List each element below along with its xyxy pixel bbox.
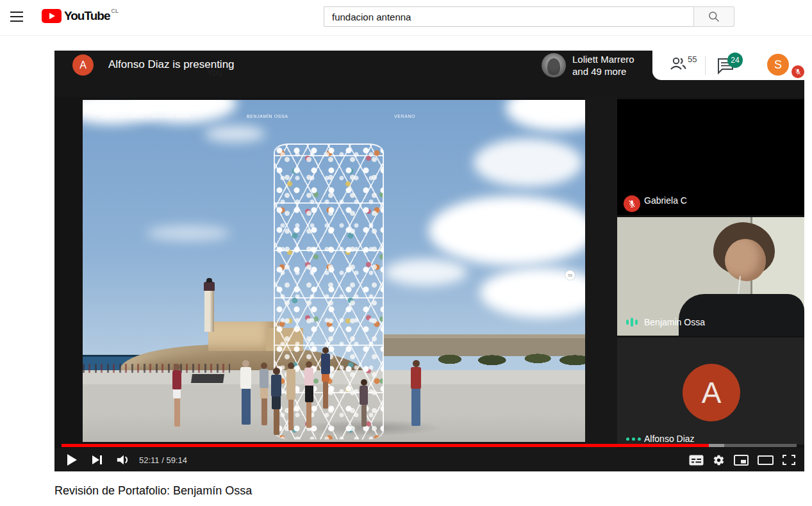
video-player[interactable]: A Alfonso Diaz is presenting Loliett Mar… bbox=[54, 51, 804, 471]
participant-more: and 49 more bbox=[572, 65, 634, 78]
sidebar-background bbox=[585, 97, 617, 457]
participant-tile-alfonso[interactable]: A Alfonso Diaz bbox=[617, 338, 804, 445]
slide-header-left: LIBRO SEGUNDO — SECOND BOOK bbox=[102, 114, 190, 118]
trees bbox=[416, 351, 585, 368]
sign-plaque bbox=[191, 374, 224, 383]
participants-chip: Loliett Marrero and 49 more bbox=[542, 51, 634, 80]
participant-avatar-letter: A bbox=[702, 375, 722, 410]
theater-icon bbox=[758, 455, 774, 465]
youtube-play-icon bbox=[42, 9, 62, 23]
cloud bbox=[147, 225, 230, 241]
play-button[interactable] bbox=[66, 453, 78, 466]
subtitles-icon bbox=[689, 455, 704, 466]
person-figure bbox=[172, 364, 181, 427]
cloud bbox=[474, 138, 583, 187]
cloud bbox=[384, 259, 467, 286]
presenter-avatar-letter: A bbox=[79, 60, 87, 71]
fullscreen-icon bbox=[783, 455, 795, 465]
participant-name-label: Gabriela C bbox=[644, 195, 687, 206]
youtube-logo[interactable]: YouTube CL bbox=[42, 9, 119, 23]
youtube-region-code: CL bbox=[111, 8, 119, 14]
person-figure bbox=[240, 360, 251, 425]
search-button[interactable] bbox=[693, 6, 734, 27]
participant-name-label: Benjamin Ossa bbox=[644, 317, 705, 327]
chat-unread-badge: 24 bbox=[727, 53, 743, 68]
person-figure bbox=[271, 368, 281, 435]
youtube-logo-text: YouTube bbox=[64, 9, 110, 23]
participants-count: 55 bbox=[688, 54, 697, 72]
volume-button[interactable] bbox=[116, 453, 130, 466]
slide-page-badge: 59 bbox=[565, 270, 575, 280]
play-icon bbox=[66, 453, 78, 466]
muted-mic-icon bbox=[624, 195, 640, 212]
settings-button[interactable] bbox=[713, 454, 725, 466]
participants-button[interactable]: 55 bbox=[668, 56, 697, 72]
participant-video-face bbox=[725, 239, 766, 281]
participant-tile-benjamin[interactable]: Benjamin Ossa bbox=[617, 217, 804, 336]
hamburger-menu-icon[interactable] bbox=[10, 12, 23, 22]
search-icon bbox=[708, 10, 720, 23]
person-figure bbox=[360, 379, 368, 427]
participant-tile-gabriela[interactable]: Gabriela C bbox=[617, 99, 804, 215]
progress-played bbox=[62, 444, 709, 447]
you-label: You bbox=[207, 67, 222, 78]
time-display: 52:11 / 59:14 bbox=[139, 455, 187, 465]
slide-header-summer: SUMMER bbox=[539, 114, 561, 118]
person-figure bbox=[411, 360, 421, 426]
lighthouse-dome bbox=[206, 278, 212, 282]
search-bar bbox=[324, 6, 734, 27]
youtube-header: YouTube CL bbox=[0, 0, 812, 36]
fullscreen-button[interactable] bbox=[783, 455, 795, 465]
slide-photo: LIBRO SEGUNDO — SECOND BOOK BENJAMÍN OSS… bbox=[83, 100, 585, 442]
player-control-bar: 52:11 / 59:14 bbox=[54, 448, 804, 471]
person-figure bbox=[321, 347, 330, 409]
chat-badge-count: 24 bbox=[731, 56, 739, 65]
slide-page-number: 59 bbox=[568, 273, 572, 277]
you-muted-mic-icon[interactable] bbox=[791, 65, 804, 78]
search-input[interactable] bbox=[324, 6, 693, 27]
next-button[interactable] bbox=[92, 455, 103, 465]
person-figure bbox=[304, 361, 313, 428]
gear-icon bbox=[713, 454, 725, 466]
person-figure bbox=[286, 363, 295, 430]
next-icon bbox=[92, 455, 103, 465]
subtitles-button[interactable] bbox=[689, 455, 704, 466]
speaking-indicator-icon bbox=[626, 316, 640, 328]
participant-avatar bbox=[542, 53, 566, 78]
cloud bbox=[429, 196, 585, 265]
miniplayer-button[interactable] bbox=[734, 455, 749, 466]
video-title: Revisión de Portafolio: Benjamín Ossa bbox=[54, 484, 252, 498]
speaking-dots-icon bbox=[626, 437, 641, 441]
presenter-avatar: A bbox=[72, 54, 94, 76]
you-avatar-letter: S bbox=[774, 58, 782, 72]
person-figure bbox=[260, 363, 269, 425]
people-icon bbox=[668, 56, 687, 72]
you-avatar[interactable]: S bbox=[767, 54, 789, 76]
participant-name: Loliett Marrero bbox=[572, 53, 634, 65]
participant-video-body bbox=[679, 294, 804, 336]
miniplayer-icon bbox=[734, 455, 749, 466]
meet-top-bar: A Alfonso Diaz is presenting Loliett Mar… bbox=[54, 51, 804, 97]
toolbar-divider bbox=[705, 56, 706, 75]
slide-header-author: BENJAMÍN OSSA bbox=[247, 114, 288, 118]
lighthouse bbox=[204, 290, 214, 332]
participant-name-label: Alfonso Diaz bbox=[644, 434, 695, 444]
lighthouse-top bbox=[204, 282, 215, 291]
slide-header-verano: VERANO bbox=[394, 114, 415, 118]
distant-crowd bbox=[83, 364, 230, 373]
chat-button[interactable]: 24 bbox=[717, 57, 736, 77]
cloud bbox=[204, 126, 265, 142]
theater-mode-button[interactable] bbox=[758, 455, 774, 465]
participant-avatar: A bbox=[683, 364, 740, 421]
progress-bar[interactable] bbox=[62, 444, 797, 447]
volume-icon bbox=[116, 453, 130, 466]
